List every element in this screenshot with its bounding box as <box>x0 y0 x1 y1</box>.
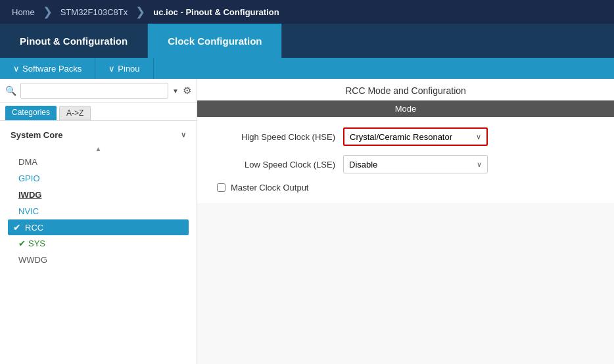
sidebar-item-nvic[interactable]: NVIC <box>8 203 189 219</box>
sys-check-icon: ✔ <box>18 239 26 248</box>
sidebar-item-gpio[interactable]: GPIO <box>8 170 189 187</box>
tab-categories[interactable]: Categories <box>5 106 57 120</box>
master-clock-row: Master Clock Output <box>210 183 601 193</box>
high-speed-clock-select[interactable]: Crystal/Ceramic Resonator ∨ <box>343 127 488 146</box>
breadcrumb-arrow-2: ❯ <box>135 5 145 19</box>
sidebar-item-dma[interactable]: DMA <box>8 154 189 170</box>
subtab-software-packs[interactable]: ∨ Software Packs <box>0 58 95 79</box>
high-speed-dropdown-arrow-icon: ∨ <box>476 133 481 141</box>
rcc-mode-title: RCC Mode and Configuration <box>197 79 614 101</box>
category-tabs: Categories A->Z <box>0 103 197 121</box>
subtabs-row: ∨ Software Packs ∨ Pinou <box>0 58 614 79</box>
high-speed-clock-label: High Speed Clock (HSE) <box>210 132 335 142</box>
master-clock-checkbox[interactable] <box>217 183 225 192</box>
breadcrumb-current[interactable]: uc.ioc - Pinout & Configuration <box>147 0 285 24</box>
breadcrumb-home[interactable]: Home <box>5 0 41 24</box>
low-speed-clock-row: Low Speed Clock (LSE) Disable ∨ <box>210 155 601 173</box>
search-dropdown-arrow-icon[interactable]: ▼ <box>172 87 179 95</box>
rcc-check-icon: ✔ <box>13 222 21 233</box>
high-speed-clock-row: High Speed Clock (HSE) Crystal/Ceramic R… <box>210 127 601 146</box>
sidebar-section-system-core: System Core ∨ ▲ DMA GPIO IWDG NVIC ✔ RCC… <box>0 121 197 273</box>
sidebar-item-wwdg[interactable]: WWDG <box>8 252 189 268</box>
low-speed-dropdown-arrow-icon: ∨ <box>477 160 482 169</box>
search-icon: 🔍 <box>5 85 16 96</box>
master-clock-label: Master Clock Output <box>231 183 309 193</box>
tab-clock[interactable]: Clock Configuration <box>148 24 282 58</box>
gear-icon[interactable]: ⚙ <box>183 85 191 97</box>
config-rows: High Speed Clock (HSE) Crystal/Ceramic R… <box>197 117 614 203</box>
breadcrumb-device[interactable]: STM32F103C8Tx <box>54 0 135 24</box>
chevron-down-icon: ∨ <box>181 131 186 139</box>
scroll-up-button[interactable]: ▲ <box>8 144 189 154</box>
tabs-row: Pinout & Configuration Clock Configurati… <box>0 24 614 58</box>
low-speed-clock-select[interactable]: Disable ∨ <box>343 155 488 173</box>
sidebar-item-sys[interactable]: ✔ SYS <box>8 235 189 252</box>
tab-pinout[interactable]: Pinout & Configuration <box>0 24 148 58</box>
breadcrumb-arrow-1: ❯ <box>43 5 53 19</box>
tab-a-z[interactable]: A->Z <box>59 106 91 120</box>
mode-header: Mode <box>197 101 614 117</box>
breadcrumb: Home ❯ STM32F103C8Tx ❯ uc.ioc - Pinout &… <box>0 0 614 24</box>
right-panel: RCC Mode and Configuration Mode High Spe… <box>197 79 614 364</box>
subtab-pinout[interactable]: ∨ Pinou <box>95 58 153 79</box>
search-input[interactable] <box>20 83 168 99</box>
main-content: 🔍 ▼ ⚙ Categories A->Z System Core ∨ ▲ DM… <box>0 79 614 364</box>
sidebar-item-rcc[interactable]: ✔ RCC <box>8 219 189 235</box>
sidebar-item-iwdg[interactable]: IWDG <box>8 187 189 203</box>
sidebar: 🔍 ▼ ⚙ Categories A->Z System Core ∨ ▲ DM… <box>0 79 197 364</box>
system-core-header[interactable]: System Core ∨ <box>8 126 189 144</box>
low-speed-clock-label: Low Speed Clock (LSE) <box>210 160 335 170</box>
search-bar: 🔍 ▼ ⚙ <box>0 79 197 103</box>
